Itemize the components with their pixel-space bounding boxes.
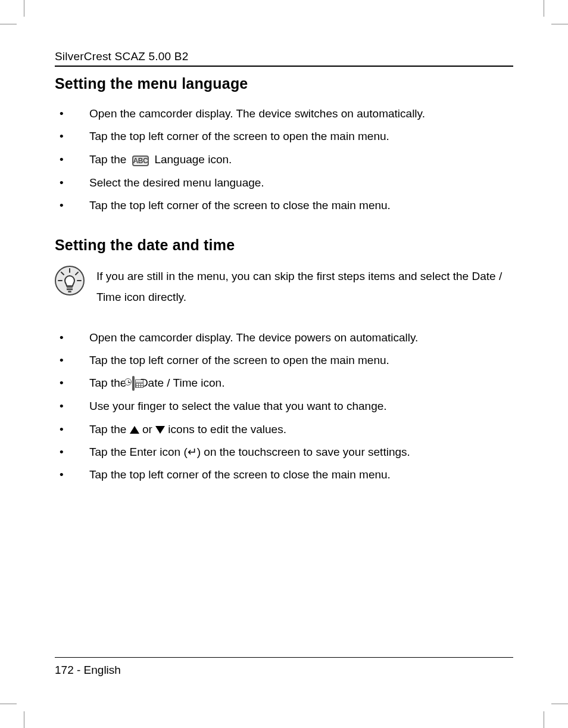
list-item: Tap the top left corner of the screen to…: [55, 127, 513, 146]
enter-icon: ↵: [188, 446, 197, 458]
list-item: Tap the top left corner of the screen to…: [55, 465, 513, 484]
svg-rect-6: [67, 286, 73, 288]
document-page: SilverCrest SCAZ 5.00 B2 Setting the men…: [0, 0, 568, 728]
bullet-list-language: Open the camcorder display. The device s…: [55, 104, 513, 215]
text-fragment: ) on the touchscreen to save your settin…: [197, 446, 410, 458]
list-item: Tap the ABC Language icon.: [55, 150, 513, 170]
text-fragment: icons to edit the values.: [168, 423, 286, 435]
crop-mark: [24, 711, 24, 728]
text-fragment: Language icon.: [154, 153, 232, 166]
triangle-down-icon: [155, 426, 165, 434]
language-icon: ABC: [132, 150, 149, 169]
list-item: Tap the top left corner of the screen to…: [55, 196, 513, 215]
calendar-clock-icon: [132, 376, 135, 391]
section-heading-datetime: Setting the date and time: [55, 237, 513, 254]
list-item: Tap the top left corner of the screen to…: [55, 351, 513, 370]
triangle-up-icon: [130, 426, 139, 434]
list-item: Tap the Enter icon (↵) on the touchscree…: [55, 443, 513, 462]
text-fragment: Tap the: [89, 423, 130, 435]
bullet-list-datetime: Open the camcorder display. The device p…: [55, 328, 513, 485]
text-fragment: Tap the Enter icon (: [89, 446, 188, 458]
crop-mark: [551, 704, 568, 704]
abc-icon: ABC: [132, 155, 149, 166]
crop-mark: [0, 704, 17, 704]
running-header: SilverCrest SCAZ 5.00 B2: [55, 50, 513, 67]
crop-mark: [551, 24, 568, 24]
crop-mark: [0, 24, 17, 24]
tip-text: If you are still in the menu, you can sk…: [96, 266, 513, 307]
list-item: Open the camcorder display. The device s…: [55, 104, 513, 123]
text-fragment: or: [142, 423, 155, 435]
crop-mark: [544, 0, 544, 17]
lightbulb-icon: [55, 266, 85, 295]
crop-mark: [24, 0, 24, 17]
list-item: Tap the Date / Time icon.: [55, 374, 513, 393]
svg-rect-7: [67, 288, 73, 290]
date-time-icon: [132, 374, 135, 393]
list-item: Open the camcorder display. The device p…: [55, 328, 513, 347]
text-fragment: Tap the: [89, 377, 130, 389]
section-heading-language: Setting the menu language: [55, 75, 513, 92]
list-item: Select the desired menu language.: [55, 173, 513, 192]
page-footer: 172 - English: [55, 657, 513, 677]
crop-mark: [544, 711, 544, 728]
tip-callout: If you are still in the menu, you can sk…: [55, 266, 513, 307]
svg-rect-8: [68, 291, 71, 293]
text-fragment: Date / Time icon.: [140, 377, 225, 389]
text-fragment: Tap the: [89, 153, 130, 166]
list-item: Use your finger to select the value that…: [55, 397, 513, 416]
list-item: Tap the or icons to edit the values.: [55, 420, 513, 439]
page-number: 172 - English: [55, 664, 121, 676]
